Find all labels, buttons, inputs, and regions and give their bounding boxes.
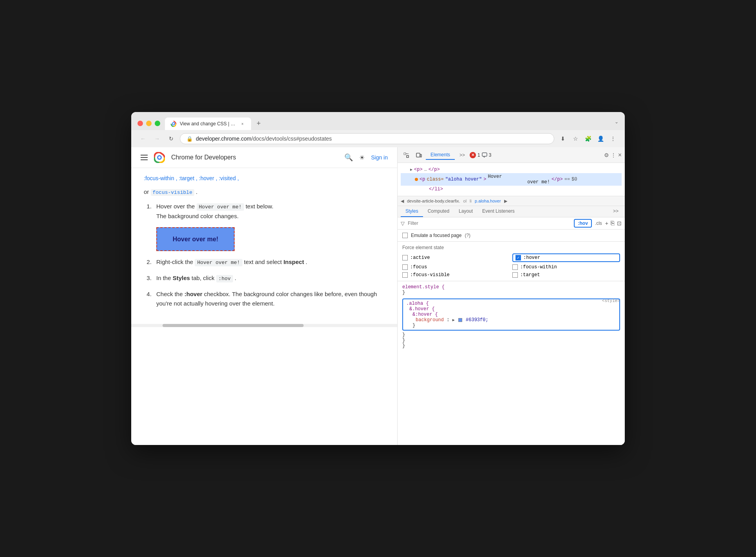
bookmark-button[interactable]: ☆ bbox=[570, 133, 581, 144]
background-value: #6393f0; bbox=[466, 317, 488, 323]
color-swatch[interactable] bbox=[458, 318, 462, 322]
state-checkbox-target[interactable] bbox=[512, 272, 518, 278]
svg-point-2 bbox=[173, 123, 174, 125]
filter-icon: ▽ bbox=[401, 221, 405, 226]
outer-brace-2: } bbox=[402, 338, 405, 343]
aloha-selector: .aloha { bbox=[406, 301, 429, 306]
hamburger-menu-button[interactable] bbox=[141, 155, 148, 160]
color-arrow-icon[interactable]: ▶ bbox=[452, 318, 455, 322]
address-domain: developer.chrome.com bbox=[196, 136, 251, 142]
state-label-focus: :focus bbox=[410, 264, 427, 270]
item2-text-after: text and select bbox=[244, 259, 284, 265]
state-checkbox-active[interactable] bbox=[402, 255, 408, 260]
main-content: Chrome for Developers 🔍 ☀ Sign in :focus… bbox=[131, 147, 625, 445]
filter-input[interactable] bbox=[408, 221, 571, 226]
styles-tab-computed[interactable]: Computed bbox=[423, 206, 454, 217]
dom-line-3[interactable]: </li> bbox=[401, 186, 622, 193]
state-checkbox-focus-within[interactable] bbox=[512, 264, 518, 270]
devtools-settings-button[interactable]: ⚙ bbox=[604, 152, 609, 158]
profile-button[interactable]: 👤 bbox=[595, 133, 606, 144]
svg-rect-10 bbox=[420, 154, 421, 157]
inspector-tool-button[interactable] bbox=[401, 150, 412, 161]
inner-brace-1: } bbox=[412, 323, 415, 328]
address-bar[interactable]: 🔒 developer.chrome.com/docs/devtools/css… bbox=[180, 133, 554, 144]
emulate-checkbox[interactable] bbox=[402, 233, 408, 238]
background-property-name: background bbox=[416, 317, 444, 323]
chevron-down-icon[interactable]: ⌄ bbox=[615, 119, 619, 125]
minimize-window-button[interactable] bbox=[146, 121, 152, 126]
breadcrumb-forward-arrow[interactable]: ▶ bbox=[504, 199, 507, 204]
search-icon[interactable]: 🔍 bbox=[344, 153, 353, 162]
hover-demo-button[interactable]: Hover over me! bbox=[156, 227, 235, 251]
state-checkbox-hover[interactable] bbox=[515, 255, 521, 260]
breadcrumb-active-item[interactable]: p.aloha.hover bbox=[473, 198, 503, 204]
item3-period: . bbox=[235, 275, 236, 281]
devtools-close-button[interactable]: × bbox=[618, 152, 622, 159]
tab-close-button[interactable]: × bbox=[239, 121, 246, 127]
state-checkbox-focus-visible[interactable] bbox=[402, 272, 408, 278]
styles-tab-event-listeners[interactable]: Event Listeners bbox=[477, 206, 519, 217]
new-tab-button[interactable]: + bbox=[252, 117, 266, 130]
focus-visible-line: or focus-visible . bbox=[144, 187, 385, 197]
dom-p-text: Hover over me! bbox=[488, 174, 550, 185]
address-path: /docs/devtools/css#pseudostates bbox=[251, 136, 332, 142]
forward-button[interactable]: → bbox=[152, 133, 163, 144]
dom-line-2-selected[interactable]: <p class= "aloha hover" > Hover over me!… bbox=[401, 173, 622, 186]
extensions-button[interactable]: 🧩 bbox=[582, 133, 593, 144]
signin-button[interactable]: Sign in bbox=[371, 154, 388, 161]
more-tabs-button[interactable]: >> bbox=[456, 151, 468, 159]
chrome-header: Chrome for Developers 🔍 ☀ Sign in bbox=[131, 147, 397, 168]
hamburger-line-3 bbox=[141, 159, 148, 160]
back-button[interactable]: ← bbox=[137, 133, 148, 144]
tab-favicon-icon bbox=[170, 121, 177, 127]
site-name: Chrome for Developers bbox=[171, 154, 236, 161]
address-text: developer.chrome.com/docs/devtools/css#p… bbox=[196, 136, 548, 142]
hov-button[interactable]: :hov bbox=[574, 219, 591, 228]
style-source-label[interactable]: <style> bbox=[602, 298, 620, 303]
tabs-row: View and change CSS | Chr × + bbox=[165, 117, 610, 130]
dom-p-close: </p> bbox=[552, 177, 563, 182]
emulate-section: Emulate a focused page (?) bbox=[398, 230, 625, 242]
state-label-active: :active bbox=[410, 255, 430, 260]
styles-tab-styles[interactable]: Styles bbox=[401, 206, 423, 217]
breadcrumb-item-1[interactable]: devsite-article-body.clearfix. bbox=[405, 198, 462, 204]
item4-bold-hover: :hover bbox=[184, 291, 203, 297]
theme-toggle-button[interactable]: ☀ bbox=[359, 154, 365, 161]
reload-button[interactable]: ↻ bbox=[166, 133, 177, 144]
device-toggle-button[interactable] bbox=[413, 150, 424, 161]
elements-tab[interactable]: Elements bbox=[426, 150, 455, 160]
error-x: ✕ bbox=[471, 153, 474, 157]
element-style-rule: element.style { } bbox=[402, 284, 620, 295]
styles-more-tabs-button[interactable]: >> bbox=[610, 206, 622, 217]
item3-text-middle: tab, click bbox=[192, 275, 216, 281]
add-style-rule-icon[interactable]: + bbox=[605, 220, 608, 226]
horizontal-scrollbar[interactable] bbox=[131, 324, 397, 327]
intro-links-text: :focus-within , :target , :hover , :visi… bbox=[144, 175, 239, 181]
cls-button[interactable]: .cls bbox=[595, 221, 602, 226]
state-label-focus-visible: :focus-visible bbox=[410, 272, 450, 278]
or-text: or bbox=[144, 188, 151, 195]
layout-icon[interactable]: ⊡ bbox=[617, 220, 622, 226]
browser-tab[interactable]: View and change CSS | Chr × bbox=[165, 118, 251, 130]
aloha-rule-block: <style> .aloha { &.hover { &:hover { bac… bbox=[402, 298, 620, 349]
state-checkbox-focus[interactable] bbox=[402, 264, 408, 270]
styles-tab-layout[interactable]: Layout bbox=[454, 206, 477, 217]
devtools-menu-button[interactable]: ⋮ bbox=[611, 152, 617, 158]
emulate-label: Emulate a focused page bbox=[411, 233, 461, 238]
close-window-button[interactable] bbox=[137, 121, 143, 126]
list-item-1: Hover over the Hover over me! text below… bbox=[153, 202, 385, 251]
dom-line-1[interactable]: ▶ <p> … </p> bbox=[401, 166, 622, 173]
maximize-window-button[interactable] bbox=[155, 121, 160, 126]
breadcrumb-back-arrow[interactable]: ◀ bbox=[401, 199, 404, 204]
item3-text-before: In the bbox=[156, 275, 173, 281]
help-icon[interactable]: (?) bbox=[465, 233, 470, 238]
inner-close-1: } bbox=[406, 323, 616, 328]
copy-style-icon[interactable]: ⎘ bbox=[611, 220, 615, 227]
toolbar: ← → ↻ 🔒 developer.chrome.com/docs/devtoo… bbox=[131, 130, 625, 147]
numbered-list: Hover over the Hover over me! text below… bbox=[144, 202, 385, 308]
download-button[interactable]: ⬇ bbox=[557, 133, 568, 144]
dom-attr-value: "aloha hover" bbox=[445, 177, 482, 182]
traffic-lights bbox=[137, 121, 160, 126]
menu-button[interactable]: ⋮ bbox=[608, 133, 619, 144]
svg-rect-6 bbox=[404, 153, 406, 155]
